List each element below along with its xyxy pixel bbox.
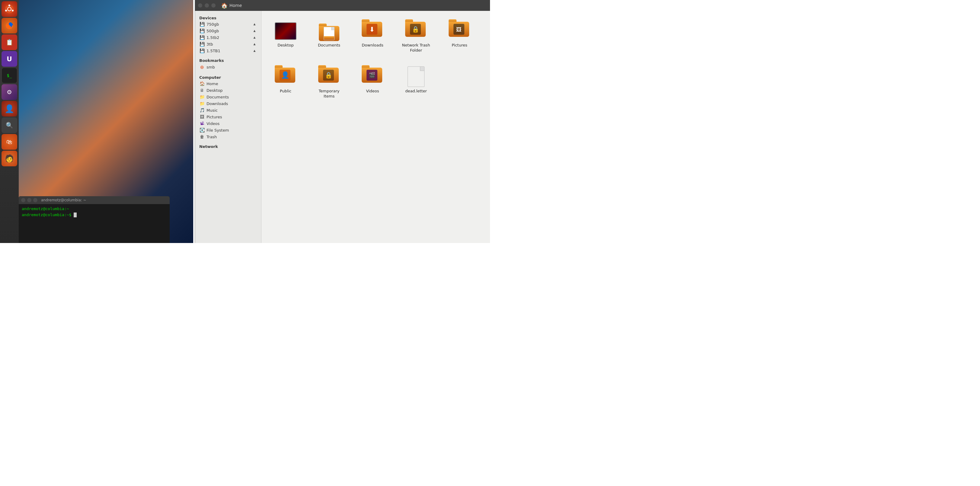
svg-point-2 xyxy=(8,5,10,6)
sidebar-label-home: Home xyxy=(207,81,218,86)
desktop-preview xyxy=(275,22,296,40)
fm-max-btn[interactable] xyxy=(212,3,216,8)
temporary-items-folder-item[interactable]: 🔒 Temporary Items xyxy=(311,63,347,102)
fm-min-btn[interactable] xyxy=(205,3,209,8)
sidebar-item-smb[interactable]: ⊕ smb xyxy=(195,64,261,71)
sidebar-label-1-5tb1: 1.5TB1 xyxy=(207,49,220,53)
eject-3tb-btn[interactable]: ▲ xyxy=(252,42,257,46)
music-icon: 🎵 xyxy=(199,108,205,113)
file-manager-body: Devices 💾 750gb ▲ 💾 500gb ▲ 💾 1.5tb2 ▲ 💾… xyxy=(195,11,490,243)
videos-folder-item[interactable]: 🎬 Videos xyxy=(355,63,391,102)
sidebar-label-pictures: Pictures xyxy=(207,115,222,119)
sidebar-label-filesystem: File System xyxy=(207,128,229,132)
downloads-icon: 📁 xyxy=(199,101,205,106)
drive-icon: 💾 xyxy=(199,42,205,46)
sidebar-item-750gb[interactable]: 💾 750gb ▲ xyxy=(195,21,261,27)
fm-title-text: Home xyxy=(229,3,242,8)
sidebar-label-desktop: Desktop xyxy=(207,88,223,93)
terminal-line1: andremotz@columbia:~ xyxy=(22,206,167,212)
main-content: Desktop Documents xyxy=(261,11,490,243)
file-manager-titlebar: 🏠 Home xyxy=(195,0,490,11)
network-trash-folder-item[interactable]: 🔒 Network TrashFolder xyxy=(398,17,434,56)
network-trash-folder-icon: 🔒 xyxy=(405,19,427,41)
public-folder-item[interactable]: 👤 Public xyxy=(267,63,304,102)
videos-folder-icon: 🎬 xyxy=(362,65,383,87)
home-folder-icon: 🏠 xyxy=(221,2,228,9)
ubuntu-logo-icon[interactable] xyxy=(2,1,17,17)
terminal-title: andremotz@columbia: ~ xyxy=(41,198,86,202)
fm-close-btn[interactable] xyxy=(198,3,202,8)
home-icon: 🏠 xyxy=(199,81,205,86)
sidebar-item-1-5tb2[interactable]: 💾 1.5tb2 ▲ xyxy=(195,34,261,41)
sidebar-item-documents[interactable]: 📁 Documents xyxy=(195,94,261,100)
sidebar-item-trash[interactable]: 🗑 Trash xyxy=(195,133,261,140)
desktop-folder-item[interactable]: Desktop xyxy=(267,17,304,56)
sidebar-item-3tb[interactable]: 💾 3tb ▲ xyxy=(195,41,261,48)
temporary-items-folder-icon: 🔒 xyxy=(318,65,340,87)
sidebar-label-750gb: 750gb xyxy=(207,22,219,27)
software-center-icon[interactable]: 🛍 xyxy=(2,134,17,150)
file-manager: 🏠 Home Devices 💾 750gb ▲ 💾 500gb ▲ 💾 1.5… xyxy=(195,0,490,243)
public-folder-icon: 👤 xyxy=(275,65,296,87)
person-icon[interactable]: 🧑 xyxy=(2,151,17,166)
sidebar-item-desktop[interactable]: 🖥 Desktop xyxy=(195,87,261,94)
documents-folder-icon xyxy=(318,19,340,41)
firefox-icon[interactable] xyxy=(2,18,17,33)
eject-1-5tb2-btn[interactable]: ▲ xyxy=(252,35,257,40)
svg-point-4 xyxy=(5,10,7,11)
drive-icon: 💾 xyxy=(199,48,205,53)
sidebar-item-500gb[interactable]: 💾 500gb ▲ xyxy=(195,27,261,34)
sidebar-item-videos[interactable]: 📽 Videos xyxy=(195,120,261,127)
eject-500gb-btn[interactable]: ▲ xyxy=(252,29,257,33)
dead-letter-file-item[interactable]: dead.letter xyxy=(398,63,434,102)
sidebar-item-pictures[interactable]: 🖼 Pictures xyxy=(195,113,261,120)
sidebar-section-network: Network xyxy=(195,143,261,149)
sidebar-item-downloads[interactable]: 📁 Downloads xyxy=(195,100,261,107)
unity-dash-icon[interactable]: U xyxy=(2,51,17,67)
terminal-min-btn[interactable] xyxy=(27,198,32,202)
sidebar-item-music[interactable]: 🎵 Music xyxy=(195,107,261,113)
downloads-label: Downloads xyxy=(362,43,383,48)
sidebar-label-downloads: Downloads xyxy=(207,102,228,106)
terminal-close-btn[interactable] xyxy=(21,198,25,202)
terminal-cursor xyxy=(74,213,77,218)
sidebar-section-bookmarks: Bookmarks xyxy=(195,56,261,64)
downloads-folder-icon: ⬇ xyxy=(362,19,383,41)
terminal-body[interactable]: andremotz@columbia:~ andremotz@columbia:… xyxy=(19,204,170,219)
temporary-items-label: Temporary Items xyxy=(313,89,345,99)
system-settings-icon[interactable]: ⚙ xyxy=(2,84,17,100)
terminal-icon[interactable]: $_ xyxy=(2,68,17,83)
sidebar-item-filesystem[interactable]: 💽 File System xyxy=(195,127,261,133)
videos-label: Videos xyxy=(366,89,379,94)
desktop-folder-icon xyxy=(275,19,296,41)
downloads-folder-item[interactable]: ⬇ Downloads xyxy=(355,17,391,56)
eject-1-5tb1-btn[interactable]: ▲ xyxy=(252,49,257,53)
dead-letter-file-icon xyxy=(405,65,427,87)
trash-icon: 🗑 xyxy=(199,134,205,139)
user-accounts-icon[interactable]: 👤 xyxy=(2,101,17,116)
sidebar-label-trash: Trash xyxy=(207,135,217,139)
sidebar-label-500gb: 500gb xyxy=(207,29,219,33)
desktop-label: Desktop xyxy=(277,43,294,48)
documents-folder-item[interactable]: Documents xyxy=(311,17,347,56)
sidebar-label-3tb: 3tb xyxy=(207,42,213,46)
terminal-window: andremotz@columbia: ~ andremotz@columbia… xyxy=(19,196,170,243)
fm-title: 🏠 Home xyxy=(221,2,242,9)
search-icon[interactable]: 🔍 xyxy=(2,118,17,133)
sidebar-label-music: Music xyxy=(207,108,218,113)
sticky-notes-icon[interactable]: 📋 xyxy=(2,34,17,50)
eject-750gb-btn[interactable]: ▲ xyxy=(252,22,257,26)
terminal-titlebar: andremotz@columbia: ~ xyxy=(19,196,170,204)
dead-letter-label: dead.letter xyxy=(405,89,427,94)
pictures-icon: 🖼 xyxy=(199,114,205,119)
taskbar: 📋 U $_ ⚙ 👤 🔍 🛍 🧑 xyxy=(0,0,19,243)
desktop-icon: 🖥 xyxy=(199,88,205,93)
documents-icon: 📁 xyxy=(199,94,205,99)
videos-icon: 📽 xyxy=(199,121,205,126)
drive-icon: 💾 xyxy=(199,29,205,33)
sidebar-item-home[interactable]: 🏠 Home xyxy=(195,80,261,87)
sidebar-label-documents: Documents xyxy=(207,95,229,99)
pictures-folder-item[interactable]: 🖼 Pictures xyxy=(441,17,477,56)
sidebar-item-1-5tb1[interactable]: 💾 1.5TB1 ▲ xyxy=(195,48,261,54)
terminal-max-btn[interactable] xyxy=(33,198,37,202)
